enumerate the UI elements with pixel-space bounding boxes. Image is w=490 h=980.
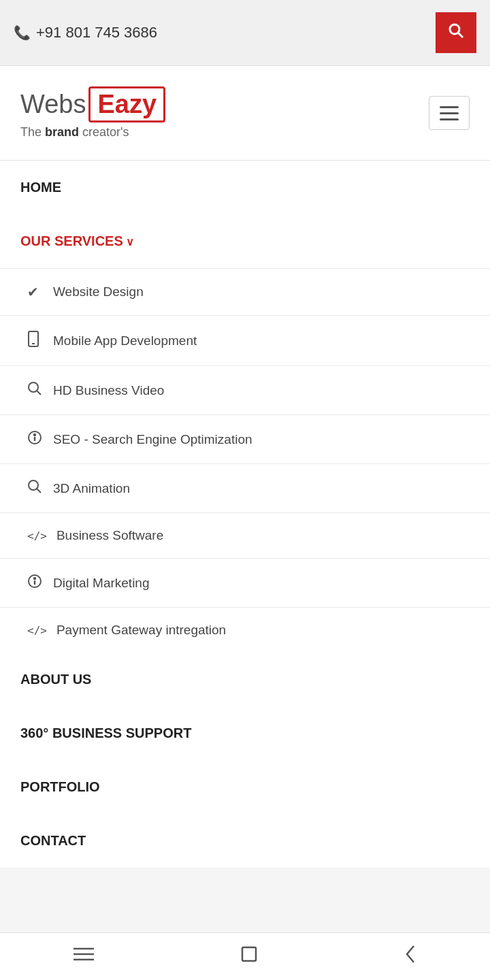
services-submenu: ✔ Website Design Mobile App Development … (0, 268, 490, 653)
back-icon[interactable] (404, 945, 416, 968)
search-icon-2 (27, 479, 44, 497)
service-digital-marketing[interactable]: Digital Marketing (0, 558, 490, 607)
top-bar: 📞 +91 801 745 3686 (0, 0, 490, 66)
hamburger-line-1 (440, 106, 459, 108)
svg-point-8 (34, 434, 35, 436)
logo-text: Webs Eazy (20, 86, 165, 122)
svg-rect-17 (242, 947, 256, 961)
info-icon (27, 430, 44, 448)
hamburger-line-3 (440, 118, 459, 120)
service-website-design[interactable]: ✔ Website Design (0, 268, 490, 315)
code-icon: </> (27, 529, 47, 542)
nav-contact[interactable]: CONTACT (0, 814, 490, 868)
menu-icon[interactable] (74, 946, 94, 967)
bottom-nav (0, 932, 490, 980)
nav-portfolio[interactable]: PORTFOLIO (0, 760, 490, 814)
header: Webs Eazy The brand creator's (0, 66, 490, 161)
phone-number: 📞 +91 801 745 3686 (14, 24, 157, 42)
svg-point-13 (34, 578, 35, 579)
search-icon (448, 22, 464, 43)
nav-menu: HOME OUR SERVICES∨ ✔ Website Design Mobi… (0, 161, 490, 868)
chevron-down-icon: ∨ (126, 236, 134, 248)
logo-eazy-box: Eazy (88, 86, 165, 122)
phone-icon: 📞 (14, 24, 31, 41)
search-icon (27, 381, 44, 399)
svg-point-0 (450, 24, 459, 34)
service-payment-gateway[interactable]: </> Payment Gateway intregation (0, 607, 490, 653)
service-3d-animation[interactable]: 3D Animation (0, 463, 490, 512)
svg-line-5 (37, 391, 41, 395)
svg-line-10 (37, 489, 41, 493)
service-business-software[interactable]: </> Business Software (0, 512, 490, 558)
svg-point-4 (29, 382, 38, 392)
svg-point-9 (29, 480, 38, 490)
home-square-icon[interactable] (240, 945, 258, 968)
logo-tagline: The brand creator's (20, 125, 165, 140)
nav-home[interactable]: HOME (0, 161, 490, 214)
nav-business-support[interactable]: 360° BUSINESS SUPPORT (0, 706, 490, 760)
mobile-icon (27, 331, 44, 350)
service-seo[interactable]: SEO - Search Engine Optimization (0, 414, 490, 463)
service-mobile-app[interactable]: Mobile App Development (0, 315, 490, 365)
code-icon-2: </> (27, 624, 47, 637)
nav-about[interactable]: ABOUT US (0, 653, 490, 706)
svg-line-1 (459, 33, 463, 38)
hamburger-line-2 (440, 112, 459, 114)
info-icon-2 (27, 574, 44, 592)
search-button[interactable] (436, 12, 476, 53)
hamburger-button[interactable] (429, 96, 470, 130)
logo-area: Webs Eazy The brand creator's (20, 86, 165, 140)
checkmark-icon: ✔ (27, 284, 44, 300)
nav-services[interactable]: OUR SERVICES∨ (0, 214, 490, 268)
logo-webs: Webs (20, 90, 86, 119)
service-hd-video[interactable]: HD Business Video (0, 365, 490, 414)
logo-eazy: Eazy (97, 90, 157, 118)
